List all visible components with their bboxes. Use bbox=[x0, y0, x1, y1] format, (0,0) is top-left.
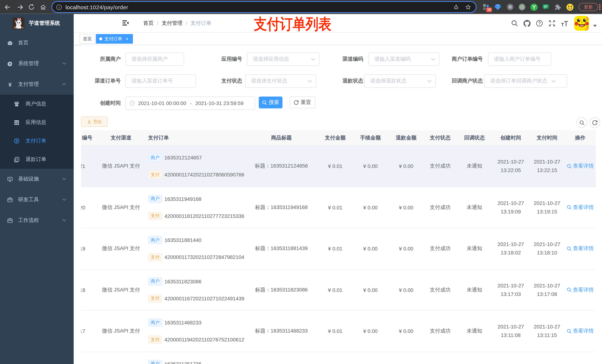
breadcrumb-separator: / bbox=[157, 20, 159, 26]
extension-circle-icon[interactable] bbox=[517, 2, 527, 12]
chevron-down-icon bbox=[308, 80, 312, 83]
sidebar-item-pay-order[interactable]: 支付订单 bbox=[0, 132, 74, 150]
fullscreen-icon bbox=[549, 20, 555, 27]
extension-grid-icon[interactable]: 10 bbox=[481, 2, 491, 12]
filter-merchant-order-no-input[interactable]: 请输入商户订单编号 bbox=[488, 52, 551, 66]
show-search-toggle-button[interactable] bbox=[576, 117, 587, 128]
magnifier-icon bbox=[567, 329, 571, 334]
placeholder-text: 请选择订单回调商户状态 bbox=[490, 78, 547, 84]
breadcrumb-pay-management[interactable]: 支付管理 bbox=[162, 20, 183, 27]
view-detail-link[interactable]: 查看详情 bbox=[567, 328, 594, 335]
address-bar[interactable]: localhost:1024/pay/order bbox=[52, 1, 476, 13]
infra-icon bbox=[7, 177, 13, 182]
breadcrumb-home[interactable]: 首页 bbox=[143, 20, 154, 27]
chrome-menu-button[interactable] bbox=[599, 3, 601, 11]
search-button[interactable]: 搜索 bbox=[259, 96, 282, 108]
chevron-up-icon bbox=[62, 83, 66, 85]
filter-label-channel-order-no: 渠道订单号 bbox=[81, 74, 121, 88]
sidebar-item-dev-tools[interactable]: 研发工具 bbox=[0, 189, 74, 210]
sidebar-item-merchant-info[interactable]: 商户信息 bbox=[0, 95, 74, 113]
header-search-button[interactable] bbox=[511, 20, 518, 27]
refund-amount: ¥ 0.00 bbox=[399, 287, 413, 293]
user-avatar[interactable] bbox=[574, 16, 589, 31]
notify-status: 未通知 bbox=[467, 328, 482, 335]
tag-close-icon[interactable]: × bbox=[124, 36, 129, 42]
extension-green-icon[interactable] bbox=[529, 2, 539, 12]
view-detail-link[interactable]: 查看详情 bbox=[567, 163, 594, 170]
url-path: :1024/pay/order bbox=[88, 4, 128, 10]
filter-pay-status-select[interactable]: 请选择支付状态 bbox=[245, 74, 316, 88]
pay-status: 支付成功 bbox=[430, 204, 451, 211]
notify-status: 未通知 bbox=[467, 163, 482, 170]
fullscreen-button[interactable] bbox=[549, 20, 555, 27]
sidebar-item-workflow[interactable]: 工作流程 bbox=[0, 210, 74, 231]
view-detail-link[interactable]: 查看详情 bbox=[567, 287, 594, 293]
main-area: 首页 / 支付管理 / 支付订单 bbox=[74, 14, 602, 364]
filter-date-range-input[interactable]: 2021-10-01 00:00:00 - 2021-10-31 23:59:5… bbox=[126, 96, 255, 110]
filter-app-select[interactable]: 请选择应用信息 bbox=[247, 52, 320, 66]
product-title: 标题：1635311468233 bbox=[255, 328, 308, 335]
search-icon bbox=[511, 20, 518, 27]
view-detail-link[interactable]: 查看详情 bbox=[567, 204, 594, 211]
create-time: 13:11:08 bbox=[501, 331, 521, 340]
sidebar: 芋道管理系统 首页 系统管理 ¥ 支付管理 商户信息 bbox=[0, 14, 74, 364]
refund-amount: ¥ 0.00 bbox=[399, 246, 413, 252]
channel-pay-no: 4200001174202110278060590766 bbox=[164, 172, 244, 178]
export-button[interactable]: 导出 bbox=[81, 116, 108, 127]
filter-refund-status-select[interactable]: 请选择退款状态 bbox=[364, 74, 436, 88]
site-info-icon[interactable] bbox=[56, 4, 62, 10]
extensions-puzzle-icon[interactable] bbox=[553, 2, 562, 12]
sidebar-item-home[interactable]: 首页 bbox=[0, 32, 74, 53]
sidebar-logo[interactable]: 芋道管理系统 bbox=[0, 14, 74, 32]
create-time: 13:18:02 bbox=[501, 249, 521, 257]
chrome-update-button[interactable]: 更新 bbox=[579, 3, 598, 11]
reset-button[interactable]: 重置 bbox=[290, 96, 315, 108]
refund-amount: ¥ 0.00 bbox=[399, 328, 413, 334]
filter-merchant-select[interactable]: 请选择所属商户 bbox=[126, 52, 184, 66]
caret-down-icon[interactable] bbox=[593, 25, 597, 29]
extension-command-icon[interactable]: ⌘ bbox=[505, 2, 515, 12]
extension-badge: 10 bbox=[486, 7, 492, 12]
browser-reload-button[interactable] bbox=[27, 3, 36, 11]
sidebar-item-payment[interactable]: ¥ 支付管理 bbox=[0, 74, 74, 95]
create-date: 2021-10-27 bbox=[497, 281, 524, 290]
chevron-down-icon bbox=[62, 198, 66, 201]
pay-tag: 支付 bbox=[148, 336, 162, 344]
question-circle-icon bbox=[536, 20, 543, 27]
payment-submenu: 商户信息 应用信息 支付订单 退款订单 bbox=[0, 95, 74, 169]
share-icon[interactable] bbox=[453, 4, 459, 10]
tag-pay-order[interactable]: 支付订单 × bbox=[96, 34, 133, 44]
pay-channel: 微信 JSAPI 支付 bbox=[102, 163, 140, 170]
extension-gem-icon[interactable] bbox=[493, 2, 502, 12]
refresh-icon bbox=[294, 100, 299, 105]
filter-label-channel-code: 渠道编码 bbox=[323, 52, 363, 66]
tag-home[interactable]: 首页 bbox=[80, 34, 95, 44]
magnifier-icon bbox=[567, 288, 571, 292]
active-tag-dot bbox=[99, 37, 102, 40]
github-link[interactable] bbox=[524, 20, 530, 27]
filter-notify-status-select[interactable]: 请选择订单回调商户状态 bbox=[484, 74, 567, 88]
help-button[interactable] bbox=[536, 20, 543, 27]
yen-icon: ¥ bbox=[7, 82, 13, 87]
filter-channel-order-no-input[interactable]: 请输入渠道订单号 bbox=[126, 74, 196, 88]
refresh-table-button[interactable] bbox=[589, 117, 600, 128]
browser-home-button[interactable] bbox=[39, 3, 47, 11]
magnifier-icon bbox=[567, 164, 571, 169]
bookmark-star-icon[interactable] bbox=[465, 4, 471, 10]
sidebar-item-infrastructure[interactable]: 基础设施 bbox=[0, 169, 74, 189]
extension-chat-icon[interactable] bbox=[541, 2, 550, 12]
sidebar-item-refund-order[interactable]: 退款订单 bbox=[0, 150, 74, 169]
sidebar-collapse-button[interactable] bbox=[122, 20, 129, 26]
browser-back-button[interactable] bbox=[3, 3, 12, 11]
navbar: 首页 / 支付管理 / 支付订单 bbox=[74, 14, 602, 32]
view-detail-link[interactable]: 查看详情 bbox=[567, 245, 594, 252]
sidebar-item-app-info[interactable]: 应用信息 bbox=[0, 113, 74, 132]
sidebar-item-system[interactable]: 系统管理 bbox=[0, 53, 74, 74]
placeholder-text: 请输入渠道订单号 bbox=[131, 78, 173, 84]
merchant-tag: 商户 bbox=[148, 195, 162, 203]
filter-channel-code-select[interactable]: 请输入渠道编码 bbox=[368, 52, 440, 66]
create-date: 2021-10-27 bbox=[497, 323, 524, 331]
profile-avatar-emoji[interactable] bbox=[565, 2, 575, 12]
font-size-button[interactable] bbox=[561, 20, 568, 27]
browser-forward-button[interactable] bbox=[16, 3, 24, 11]
